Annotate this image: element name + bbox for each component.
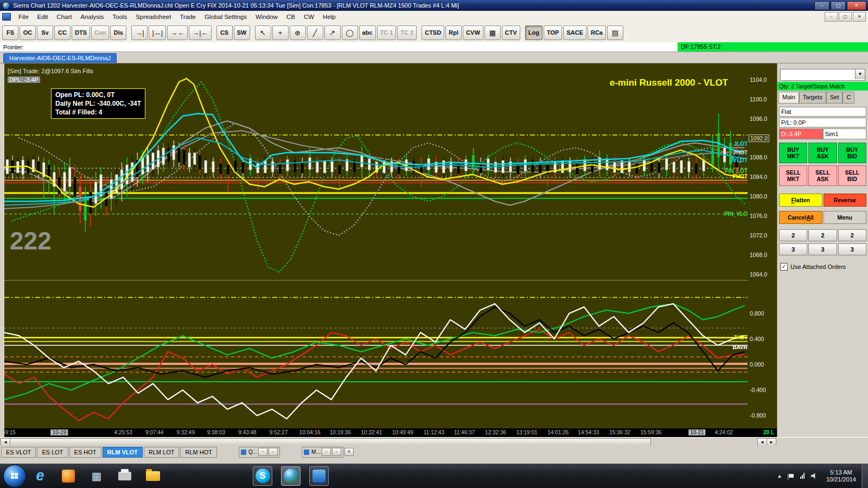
toolbar-button-top[interactable]: TOP <box>544 25 562 40</box>
checkbox-checked-icon[interactable]: ✓ <box>780 263 788 271</box>
menu-item-edit[interactable]: Edit <box>33 12 53 22</box>
mdi-restore-button[interactable]: ▢ <box>839 12 852 22</box>
toolbar-button-cc[interactable]: CC <box>54 25 71 40</box>
price-chart[interactable] <box>4 63 748 428</box>
buy-bid[interactable]: BUYBID <box>838 143 866 163</box>
taskbar-icon-globe[interactable] <box>281 466 301 486</box>
taskbar-clock[interactable]: 5:13 AM 10/21/2014 <box>826 469 856 483</box>
show-desktop-button[interactable] <box>861 464 868 488</box>
dom-tab-c[interactable]: C <box>843 92 854 104</box>
menu-item-help[interactable]: Help <box>318 12 340 22</box>
trendline-tool-icon[interactable]: ╱ <box>307 25 323 40</box>
qty-preset-button[interactable]: 3 <box>838 243 866 255</box>
time-axis[interactable]: 20 L 5:59:1510-194:25:539:07:449:32:499:… <box>4 428 777 437</box>
toolbar-button-ctv[interactable]: CTV <box>502 25 520 40</box>
taskbar-icon-messenger[interactable] <box>309 466 329 486</box>
menu-item-cw[interactable]: CW <box>299 12 318 22</box>
dom-tab-main[interactable]: Main <box>778 92 799 104</box>
taskbar-icon-internet-explorer[interactable]: e <box>30 466 50 486</box>
menu-item-tools[interactable]: Tools <box>108 12 131 22</box>
menu-item-trade[interactable]: Trade <box>175 12 200 22</box>
expand-bars-icon[interactable]: →|← <box>189 25 211 40</box>
symbol-dropdown[interactable]: ▼ <box>780 69 865 81</box>
volume-bars-icon[interactable]: ▤ <box>607 25 623 40</box>
qty-preset-button[interactable]: 2 <box>838 229 866 241</box>
toolbar-button-sw[interactable]: SW <box>234 25 250 40</box>
start-button[interactable] <box>3 465 26 487</box>
menu-item-spreadsheet[interactable]: Spreadsheet <box>131 12 175 22</box>
toolbar-button-ctsd[interactable]: CTSD <box>422 25 444 40</box>
cancel-all-button[interactable]: Cancel All <box>779 211 822 224</box>
menu-item-global-settings[interactable]: Global Settings <box>200 12 251 22</box>
scroll-end-icon[interactable]: →| <box>131 25 148 40</box>
toolbar-button-rca[interactable]: RCa <box>588 25 606 40</box>
qty-preset-button[interactable]: 2 <box>808 229 837 241</box>
ray-tool-icon[interactable]: ↗ <box>324 25 341 40</box>
taskbar-icon-app-orange[interactable] <box>59 466 78 486</box>
chart-tab-rlm-hot[interactable]: RLM HOT <box>180 447 217 458</box>
scrollbar-thumb[interactable] <box>10 438 651 446</box>
sell-ask[interactable]: SELLASK <box>808 165 837 186</box>
network-icon[interactable] <box>800 473 805 479</box>
fit-data-icon[interactable]: |↔| <box>149 25 166 40</box>
menu-item-window[interactable]: Window <box>251 12 282 22</box>
close-button[interactable]: ✕ <box>847 1 866 10</box>
qty-preset-button[interactable]: 3 <box>808 243 837 255</box>
toolbar-button-sace[interactable]: SACE <box>563 25 586 40</box>
toolbar-button-fs[interactable]: FS <box>2 25 18 40</box>
mdi-close-button[interactable]: ✕ <box>853 12 866 22</box>
minimized-window-q[interactable]: Q...▫▫ <box>239 447 280 458</box>
restore-icon[interactable]: ▫ <box>322 448 331 456</box>
buy-mkt[interactable]: BUYMKT <box>779 143 807 163</box>
use-attached-orders[interactable]: ✓ Use Attached Orders <box>780 263 846 271</box>
pointer-tool-icon[interactable]: ↖ <box>255 25 271 40</box>
ellipse-tool-icon[interactable]: ◯ <box>342 25 358 40</box>
maximize-icon[interactable]: ▫ <box>269 448 278 456</box>
chart-tab-rlm-vlot[interactable]: RLM VLOT <box>103 447 143 458</box>
reverse-button[interactable]: Reverse <box>824 194 867 207</box>
maximize-icon[interactable]: ▫ <box>332 448 341 456</box>
horizontal-scrollbar[interactable]: ◄ ◄ ► <box>0 437 868 446</box>
taskbar-icon-printer[interactable] <box>115 466 135 486</box>
toolbar-button-cvw[interactable]: CVW <box>463 25 483 40</box>
menu-item-file[interactable]: File <box>14 12 33 22</box>
toolbar-button-log[interactable]: Log <box>525 25 542 40</box>
taskbar-icon-skype[interactable]: S <box>253 466 272 486</box>
menu-item-cb[interactable]: CB <box>282 12 299 22</box>
dom-tab-targets[interactable]: Targets <box>799 92 826 104</box>
sell-bid[interactable]: SELLBID <box>838 165 866 186</box>
restore-icon[interactable]: ▫ <box>258 448 267 456</box>
toolbar-button-rpl[interactable]: Rpl <box>445 25 462 40</box>
menu-item-analysis[interactable]: Analysis <box>76 12 108 22</box>
close-icon[interactable]: ✕ <box>344 448 354 456</box>
toolbar-button-abc[interactable]: abc <box>359 25 376 40</box>
flatten-button[interactable]: Flatten <box>779 194 822 207</box>
toolbar-button-dis[interactable]: Dis <box>110 25 126 40</box>
menu-item-chart[interactable]: Chart <box>52 12 76 22</box>
maximize-button[interactable]: ▢ <box>831 1 846 10</box>
show-hidden-icons[interactable]: ▲ <box>777 473 782 479</box>
chart-tab-es-vlot[interactable]: ES VLOT <box>1 447 36 458</box>
taskbar-icon-folder[interactable] <box>143 466 163 486</box>
volume-icon[interactable] <box>811 473 818 479</box>
compress-bars-icon[interactable]: →← <box>167 25 188 40</box>
qty-preset-button[interactable]: 3 <box>779 243 807 255</box>
buy-ask[interactable]: BUYASK <box>808 143 837 163</box>
crosshair-tool-icon[interactable]: + <box>272 25 289 40</box>
dom-menu-button[interactable]: Menu <box>824 211 867 224</box>
mdi-minimize-button[interactable]: – <box>825 12 838 22</box>
toolbar-button-sv[interactable]: Sv <box>37 25 53 40</box>
price-scale[interactable]: 1104.01100.01096.01092.01088.01084.01080… <box>748 63 777 428</box>
toolbar-button-dts[interactable]: DTS <box>72 25 90 40</box>
action-center-icon[interactable] <box>789 474 794 478</box>
dom-tab-set[interactable]: Set <box>826 92 843 104</box>
toolbar-button-oc[interactable]: OC <box>20 25 36 40</box>
chart-tab-rlm-lot[interactable]: RLM LOT <box>144 447 180 458</box>
taskbar-icon-app-grid[interactable]: ▦ <box>87 466 106 486</box>
chart-tab-es-hot[interactable]: ES HOT <box>69 447 101 458</box>
minimize-button[interactable]: – <box>814 1 829 10</box>
marker-tool-icon[interactable]: ⊕ <box>290 25 306 40</box>
sell-mkt[interactable]: SELLMKT <box>779 165 807 186</box>
chartbook-tab[interactable]: Harvester-AIO6-OEC-ES-RLMDonnaJ <box>3 53 117 63</box>
grid-icon[interactable]: ▦ <box>484 25 501 40</box>
